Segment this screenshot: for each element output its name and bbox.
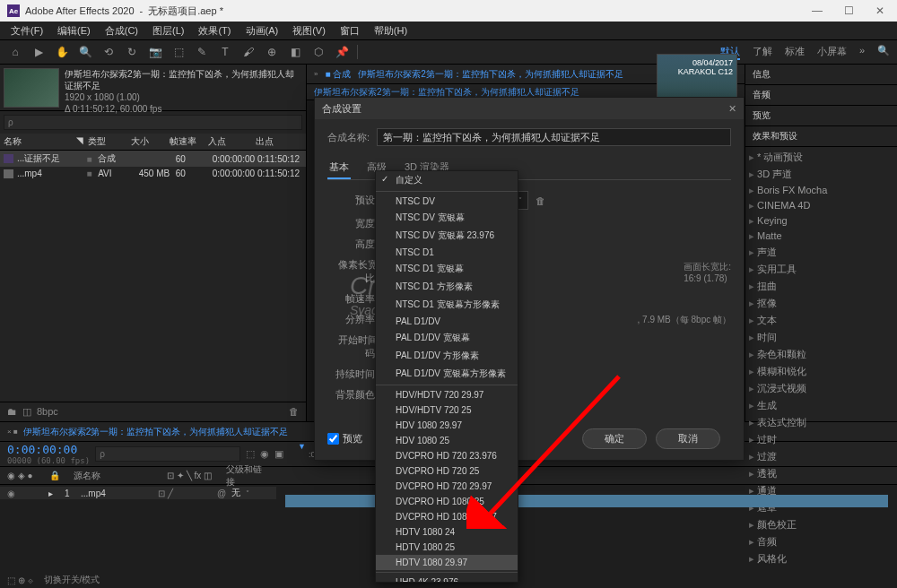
effect-category[interactable]: 音频 (745, 533, 897, 550)
effect-category[interactable]: Boris FX Mocha (745, 183, 897, 198)
effect-category[interactable]: 时间 (745, 329, 897, 346)
pan-tool-icon[interactable]: ⬚ (170, 44, 187, 60)
tl-icon[interactable]: ⬚ (246, 448, 255, 460)
preset-option[interactable]: PAL D1/DV 宽银幕方形像素 (376, 365, 518, 383)
hand-tool-icon[interactable]: ✋ (54, 44, 70, 60)
brush-tool-icon[interactable]: 🖌 (240, 44, 257, 60)
menu-effect[interactable]: 效果(T) (193, 22, 236, 39)
orbit-tool-icon[interactable]: ⟲ (100, 44, 117, 60)
minimize-button[interactable]: — (806, 3, 828, 19)
ok-button[interactable]: 确定 (582, 428, 647, 449)
effect-category[interactable]: 实用工具 (745, 261, 897, 278)
current-timecode[interactable]: 0:00:00:00 (7, 443, 90, 456)
preset-option[interactable]: HDTV 1080 25 (376, 540, 518, 555)
home-icon[interactable]: ⌂ (7, 44, 23, 60)
effect-category[interactable]: 扭曲 (745, 278, 897, 295)
trash-icon[interactable]: 🗑 (289, 406, 299, 418)
eraser-tool-icon[interactable]: ◧ (287, 44, 303, 60)
preset-option[interactable]: HDV/HDTV 720 29.97 (376, 387, 518, 402)
tl-icon[interactable]: ▣ (274, 448, 283, 460)
timeline-tab[interactable]: 伊斯坦布尔探索2第一期：监控拍下凶杀，为何抓捕犯人却证据不足 (23, 426, 289, 438)
zoom-tool-icon[interactable]: 🔍 (77, 44, 93, 60)
new-comp-icon[interactable]: ◫ (22, 406, 31, 418)
preset-option[interactable]: DVCPRO HD 1080 29.97 (376, 509, 518, 524)
effect-category[interactable]: Keying (745, 213, 897, 229)
trash-icon[interactable]: 🗑 (536, 195, 545, 206)
preview-checkbox[interactable] (327, 433, 339, 445)
pen-tool-icon[interactable]: ✎ (194, 44, 210, 60)
project-search-input[interactable] (4, 115, 302, 130)
menu-anim[interactable]: 动画(A) (240, 22, 284, 39)
text-tool-icon[interactable]: T (217, 44, 233, 60)
rotate-tool-icon[interactable]: ↻ (124, 44, 140, 60)
preset-option[interactable]: DVCPRO HD 720 23.976 (376, 448, 518, 463)
preset-option[interactable]: UHD 4K 23.976 (376, 575, 518, 583)
preset-option[interactable]: HDTV 1080 29.97 (376, 555, 518, 570)
table-row[interactable]: ...证据不足 ■ 合成 60 0:00:00:00 0:11:50:12 (0, 151, 306, 167)
preset-option[interactable]: DVCPRO HD 1080 25 (376, 494, 518, 509)
stamp-tool-icon[interactable]: ⊕ (264, 44, 280, 60)
preview-panel-title[interactable]: 预览 (745, 106, 897, 126)
maximize-button[interactable]: ☐ (839, 3, 859, 19)
preset-option[interactable]: NTSC D1 (376, 245, 518, 260)
chevron-icon[interactable]: × ■ (7, 428, 18, 436)
effect-category[interactable]: 声道 (745, 244, 897, 261)
effect-category[interactable]: 抠像 (745, 295, 897, 312)
workspace-more-icon[interactable]: » (859, 45, 865, 60)
comp-thumbnail[interactable] (4, 68, 59, 108)
roto-tool-icon[interactable]: ⬡ (310, 44, 327, 60)
preset-option[interactable]: PAL D1/DV 方形像素 (376, 347, 518, 365)
col-source[interactable]: 源名称 (74, 470, 160, 482)
search-help-icon[interactable]: 🔍 (877, 45, 890, 60)
close-icon[interactable]: ✕ (728, 103, 736, 115)
audio-panel-title[interactable]: 音频 (745, 85, 897, 106)
camera-tool-icon[interactable]: 📷 (147, 44, 163, 60)
chevron-icon[interactable]: » (314, 70, 318, 78)
preset-option[interactable]: HDV 1080 25 (376, 433, 518, 448)
effect-category[interactable]: CINEMA 4D (745, 198, 897, 213)
menu-window[interactable]: 窗口 (335, 22, 365, 39)
effect-category[interactable]: 沉浸式视频 (745, 380, 897, 397)
preset-option[interactable]: NTSC DV 宽银幕 (376, 209, 518, 227)
preset-option[interactable]: NTSC D1 方形像素 (376, 278, 518, 296)
effect-category[interactable]: 透视 (745, 465, 897, 482)
preset-option[interactable]: PAL D1/DV 宽银幕 (376, 329, 518, 347)
preset-option[interactable]: 自定义 (376, 171, 518, 189)
toggle-switches[interactable]: 切换开关/模式 (44, 574, 100, 586)
effects-panel-title[interactable]: 效果和预设 (745, 126, 897, 147)
tl-icon[interactable]: ◉ (260, 448, 269, 460)
cancel-button[interactable]: 取消 (656, 428, 720, 449)
preset-option[interactable]: HDTV 1080 24 (376, 524, 518, 540)
menu-edit[interactable]: 编辑(E) (52, 22, 96, 39)
select-tool-icon[interactable]: ▶ (30, 44, 47, 60)
preset-option[interactable]: NTSC D1 宽银幕 (376, 260, 518, 278)
preset-option[interactable]: NTSC DV 宽银幕 23.976 (376, 227, 518, 245)
new-bin-icon[interactable]: 🖿 (7, 406, 17, 418)
effect-category[interactable]: 生成 (745, 397, 897, 414)
menu-file[interactable]: 文件(F) (5, 22, 48, 39)
tab-basic[interactable]: 基本 (327, 157, 351, 179)
preset-option[interactable]: DVCPRO HD 720 29.97 (376, 479, 518, 494)
preset-option[interactable]: HDV 1080 29.97 (376, 418, 518, 433)
comp-name-input[interactable] (377, 128, 731, 146)
preset-option[interactable]: NTSC D1 宽银幕方形像素 (376, 296, 518, 314)
effect-category[interactable]: Matte (745, 229, 897, 244)
timeline-search-input[interactable] (95, 446, 240, 462)
table-row[interactable]: ...mp4 ■ AVI 450 MB 60 0:00:00:00 0:11:5… (0, 167, 306, 180)
menu-comp[interactable]: 合成(C) (100, 22, 144, 39)
effect-category[interactable]: 风格化 (745, 550, 897, 567)
menu-help[interactable]: 帮助(H) (369, 22, 413, 39)
bpc-toggle[interactable]: 8bpc (37, 406, 58, 418)
preset-option[interactable]: HDV/HDTV 720 25 (376, 402, 518, 418)
effect-category[interactable]: 模糊和锐化 (745, 363, 897, 380)
effect-category[interactable]: 文本 (745, 312, 897, 329)
workspace-standard[interactable]: 标准 (785, 45, 805, 60)
layer-parent[interactable]: 无 (231, 487, 240, 499)
puppet-tool-icon[interactable]: 📌 (334, 44, 350, 60)
preset-option[interactable]: DVCPRO HD 720 25 (376, 463, 518, 479)
info-panel-title[interactable]: 信息 (745, 65, 897, 85)
workspace-small[interactable]: 小屏幕 (817, 45, 847, 60)
effect-category[interactable]: 杂色和颗粒 (745, 346, 897, 363)
preset-option[interactable]: PAL D1/DV (376, 314, 518, 329)
workspace-learn[interactable]: 了解 (753, 45, 772, 60)
